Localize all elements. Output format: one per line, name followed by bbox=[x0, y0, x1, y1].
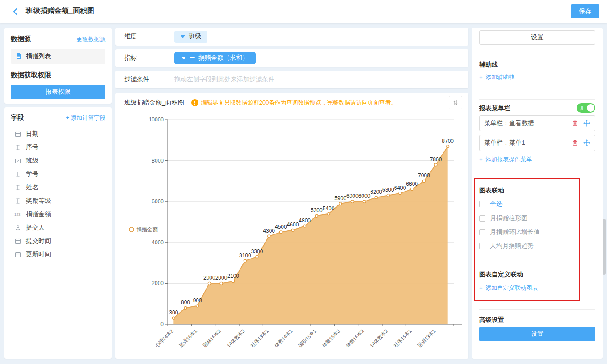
chevron-down-icon bbox=[181, 35, 185, 38]
field-label: 提交人 bbox=[26, 224, 45, 232]
data-point[interactable] bbox=[375, 196, 378, 199]
add-custom-linkage-link[interactable]: + 添加自定义联动图表 bbox=[479, 284, 538, 292]
toggle-knob bbox=[587, 104, 594, 112]
datasource-item[interactable]: 捐赠列表 bbox=[11, 49, 105, 64]
top-header: 班级捐赠金额_面积图 保存 bbox=[0, 0, 607, 23]
x-tick-label: 运训13本1 bbox=[417, 328, 437, 348]
menu-bar-item[interactable]: 菜单栏：查看数据 bbox=[479, 115, 595, 131]
field-item[interactable]: 日期 bbox=[11, 127, 105, 141]
menu-bar-toggle[interactable]: 开 bbox=[577, 103, 595, 113]
checkbox-icon[interactable] bbox=[479, 229, 485, 235]
data-point[interactable] bbox=[339, 202, 342, 205]
x-tick-label: 社体15本1 bbox=[392, 328, 413, 348]
sort-button[interactable] bbox=[449, 96, 462, 109]
checkbox-icon[interactable] bbox=[479, 201, 485, 207]
field-item[interactable]: 奖励等级 bbox=[11, 194, 105, 208]
field-item[interactable]: 123捐赠金额 bbox=[11, 208, 105, 221]
data-point[interactable] bbox=[208, 282, 211, 285]
menu-bar-item[interactable]: 菜单栏：菜单1 bbox=[479, 135, 595, 151]
save-button[interactable]: 保存 bbox=[571, 4, 599, 18]
report-permission-button[interactable]: 报表权限 bbox=[11, 85, 105, 99]
field-item[interactable]: 姓名 bbox=[11, 181, 105, 194]
data-point[interactable] bbox=[434, 163, 437, 166]
area-chart[interactable]: 0200040006000800010000心理14本2运训16本1园林16本2… bbox=[115, 113, 468, 358]
data-point[interactable] bbox=[279, 231, 282, 234]
trash-icon[interactable] bbox=[572, 139, 579, 146]
linkage-option-row[interactable]: 月捐赠柱形图 bbox=[479, 214, 527, 222]
field-label: 更新时间 bbox=[26, 251, 51, 259]
metric-pill[interactable]: 捐赠金额（求和） bbox=[174, 52, 256, 64]
change-datasource-link[interactable]: 更改数据源 bbox=[76, 35, 105, 43]
plus-icon: + bbox=[479, 74, 483, 80]
add-aux-line-link[interactable]: + 添加辅助线 bbox=[479, 73, 514, 81]
field-item[interactable]: 学号 bbox=[11, 167, 105, 181]
divider bbox=[479, 99, 595, 100]
toggle-on-label: 开 bbox=[580, 105, 585, 112]
data-point[interactable] bbox=[422, 180, 425, 182]
data-point-label: 6600 bbox=[406, 181, 418, 187]
add-calc-field-link[interactable]: +添加计算字段 bbox=[66, 114, 105, 122]
data-point[interactable] bbox=[351, 200, 354, 203]
data-point-label: 6300 bbox=[382, 187, 394, 193]
document-icon bbox=[15, 53, 22, 60]
x-tick-label: 社体13本1 bbox=[249, 328, 270, 348]
data-point[interactable] bbox=[244, 259, 246, 262]
page-scrollbar-thumb[interactable] bbox=[603, 219, 606, 275]
divider bbox=[479, 54, 595, 54]
data-point[interactable] bbox=[399, 192, 401, 195]
data-point[interactable] bbox=[196, 305, 199, 307]
linkage-option-row[interactable]: 人均月捐赠趋势 bbox=[479, 242, 534, 250]
filter-row[interactable]: 过滤条件 拖动左侧字段到此处来添加过滤条件 bbox=[115, 71, 468, 88]
y-tick-label: 6000 bbox=[152, 198, 164, 205]
data-point[interactable] bbox=[447, 145, 449, 148]
data-point-label: 800 bbox=[181, 299, 190, 305]
settings-button[interactable]: 设置 bbox=[479, 30, 595, 45]
data-point[interactable] bbox=[291, 229, 294, 231]
data-point[interactable] bbox=[220, 282, 223, 285]
y-tick-label: 4000 bbox=[152, 239, 164, 246]
legend-marker-icon[interactable] bbox=[129, 227, 134, 232]
data-point[interactable] bbox=[232, 280, 235, 283]
data-point-label: 4500 bbox=[275, 224, 287, 230]
data-point[interactable] bbox=[363, 200, 366, 203]
field-item[interactable]: 序号 bbox=[11, 141, 105, 154]
trash-icon[interactable] bbox=[572, 120, 579, 127]
linkage-option-label: 人均月捐赠趋势 bbox=[490, 242, 534, 250]
field-label: 学号 bbox=[26, 170, 38, 178]
field-label: 提交时间 bbox=[26, 237, 51, 245]
checkbox-icon[interactable] bbox=[479, 243, 485, 249]
data-point[interactable] bbox=[387, 194, 389, 197]
field-item[interactable]: 更新时间 bbox=[11, 248, 105, 261]
dimension-pill[interactable]: 班级 bbox=[174, 31, 207, 43]
field-label: 日期 bbox=[26, 130, 38, 138]
svg-text:123: 123 bbox=[14, 213, 21, 217]
select-all-row[interactable]: 全选 bbox=[479, 200, 502, 208]
data-point-label: 6000 bbox=[346, 193, 358, 199]
linkage-option-row[interactable]: 月捐赠环比增长值 bbox=[479, 228, 540, 236]
move-icon[interactable] bbox=[583, 120, 590, 127]
y-tick-label: 8000 bbox=[152, 158, 164, 164]
data-point[interactable] bbox=[315, 214, 318, 217]
x-tick-label: 运训16本1 bbox=[178, 328, 198, 348]
back-icon[interactable] bbox=[12, 8, 20, 16]
x-tick-label: 体教14本1 bbox=[273, 328, 294, 349]
data-point[interactable] bbox=[327, 213, 330, 215]
advanced-settings-button[interactable]: 设置 bbox=[479, 327, 595, 341]
data-point[interactable] bbox=[411, 188, 413, 191]
legend-label[interactable]: 捐赠金额 bbox=[136, 226, 158, 233]
field-item[interactable]: 提交时间 bbox=[11, 234, 105, 248]
add-report-menu-link[interactable]: + 添加报表操作菜单 bbox=[479, 155, 532, 163]
settings-panel: 设置 辅助线 + 添加辅助线 报表菜单栏 开 菜单栏：查看数据菜单栏：菜单1 +… bbox=[472, 28, 603, 359]
field-item[interactable]: 提交人 bbox=[11, 221, 105, 234]
move-icon[interactable] bbox=[583, 139, 590, 146]
data-point[interactable] bbox=[304, 225, 306, 227]
dimension-label: 维度 bbox=[115, 33, 174, 41]
data-point[interactable] bbox=[256, 255, 258, 258]
page-title: 班级捐赠金额_面积图 bbox=[26, 6, 94, 18]
field-item[interactable]: 班级 bbox=[11, 154, 105, 167]
data-point[interactable] bbox=[268, 235, 270, 238]
data-point[interactable] bbox=[172, 317, 175, 319]
checkbox-icon[interactable] bbox=[479, 215, 485, 222]
data-point[interactable] bbox=[184, 306, 187, 309]
field-label: 班级 bbox=[26, 157, 38, 165]
